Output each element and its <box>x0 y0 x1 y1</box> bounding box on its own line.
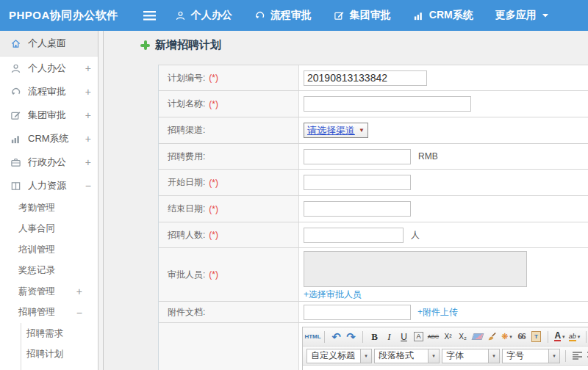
form-row-editor: HTML ↶ ↷ B I U A ABC X² X₂ <box>159 323 588 370</box>
sidebar-item-group-approval[interactable]: 集团审批 + <box>0 104 98 127</box>
required-mark: (*) <box>209 204 218 214</box>
sidebar-item-personal-office[interactable]: 个人办公 + <box>0 57 98 80</box>
underline-button[interactable]: U <box>398 330 410 344</box>
main-content: 新增招聘计划 计划编号: (*) 计划名称: (*) 招聘渠道: <box>104 31 588 370</box>
field-label: 招聘费用: <box>168 150 205 163</box>
blockquote-button[interactable]: 66 <box>515 330 528 344</box>
html-source-button[interactable]: HTML <box>306 330 319 344</box>
sidebar-item-workflow-approval[interactable]: 流程审批 + <box>0 80 98 104</box>
person-icon <box>175 10 186 21</box>
field-label: 招聘渠道: <box>168 124 205 137</box>
currency-suffix: RMB <box>418 151 438 162</box>
sidebar-item-recruit-demand[interactable]: 招聘需求 <box>21 323 98 344</box>
app-logo: PHPOA协同办公软件 <box>9 9 118 23</box>
start-date-input[interactable] <box>304 175 411 190</box>
approvers-textarea[interactable] <box>304 251 527 287</box>
sidebar-item-talent-pool[interactable]: 人才库 <box>21 365 98 370</box>
attachment-upload-link[interactable]: +附件上传 <box>417 306 458 319</box>
sidebar-item-reward-punishment[interactable]: 奖惩记录 <box>0 261 98 282</box>
sidebar-item-salary-mgmt[interactable]: 薪资管理 + <box>0 281 98 302</box>
sidebar-item-personal-desktop[interactable]: 个人桌面 <box>0 31 98 57</box>
highlight-color-dropdown[interactable]: ab ▾ <box>568 330 581 344</box>
person-icon <box>10 62 21 74</box>
eraser-icon[interactable] <box>471 330 484 344</box>
bar-chart-icon <box>10 133 21 145</box>
sidebar-scrollbar[interactable] <box>98 31 104 370</box>
caret-down-icon <box>542 12 549 18</box>
sidebar-item-hr-contract[interactable]: 人事合同 <box>0 219 98 240</box>
combo-caret-icon: ▾ <box>548 349 559 363</box>
field-label: 结束日期: <box>168 203 205 215</box>
combo-caret-icon: ▾ <box>488 349 499 363</box>
editor-toolbar-row2: 自定义标题 ▾ 段落格式 ▾ 字体 ▾ 字号 ▾ <box>303 347 588 366</box>
field-label: 计划名称: <box>168 98 205 110</box>
nav-personal-office[interactable]: 个人办公 <box>175 9 232 22</box>
recruit-cost-input[interactable] <box>304 149 411 164</box>
editor-content-area[interactable] <box>303 366 588 370</box>
strikethrough-button[interactable]: ABC <box>427 330 440 344</box>
sidebar-item-recruit-mgmt[interactable]: 招聘管理 − <box>0 302 98 324</box>
unit-suffix: 人 <box>411 229 420 242</box>
plan-number-input[interactable] <box>304 70 427 86</box>
font-size-combobox[interactable]: 字号 ▾ <box>502 349 560 363</box>
edit-icon <box>334 10 345 21</box>
app-window: { "colors":{"topbar_bg":"#4193da","link_… <box>0 0 588 370</box>
workflow-icon <box>254 10 265 21</box>
nav-group-approval[interactable]: 集团审批 <box>334 9 391 22</box>
book-icon <box>10 180 21 192</box>
edit-icon <box>10 109 21 121</box>
sidebar-item-recruit-plan[interactable]: 招聘计划 <box>21 344 98 366</box>
char-border-button[interactable]: A <box>414 332 423 341</box>
choose-approvers-link[interactable]: +选择审批人员 <box>304 289 362 301</box>
required-mark: (*) <box>209 269 218 280</box>
sidebar-item-crm-system[interactable]: CRM系统 + <box>0 127 98 150</box>
superscript-button[interactable]: X² <box>442 330 454 344</box>
topbar: PHPOA协同办公软件 个人办公 流程审批 集团审批 CRM系统 更多应用 <box>0 0 588 31</box>
bold-button[interactable]: B <box>368 330 381 344</box>
nav-workflow-approval[interactable]: 流程审批 <box>254 9 312 22</box>
paragraph-format-combobox[interactable]: 段落格式 ▾ <box>374 349 440 363</box>
field-label: 招聘人数: <box>168 229 205 242</box>
plan-name-input[interactable] <box>304 96 471 112</box>
combo-caret-icon: ▾ <box>428 349 439 363</box>
recruit-plan-form: 计划编号: (*) 计划名称: (*) 招聘渠道: 请选择渠道 <box>158 65 588 370</box>
sidebar-item-attendance-mgmt[interactable]: 考勤管理 <box>0 197 98 219</box>
top-navigation: 个人办公 流程审批 集团审批 CRM系统 更多应用 <box>143 9 571 22</box>
attachment-input[interactable] <box>304 305 411 320</box>
select-caret-icon: ▼ <box>359 128 365 134</box>
headcount-input[interactable] <box>304 228 404 243</box>
paste-as-text-icon[interactable]: T <box>530 330 542 344</box>
form-row-start-date: 开始日期: (*) <box>159 170 588 196</box>
briefcase-icon <box>10 156 21 168</box>
field-label: 审批人员: <box>168 269 205 281</box>
workflow-icon <box>10 86 21 98</box>
undo-icon[interactable]: ↶ <box>330 330 343 344</box>
auto-typeset-dropdown[interactable]: ❋ ▾ <box>501 330 513 344</box>
editor-toolbar-row1: HTML ↶ ↷ B I U A ABC X² X₂ <box>303 327 588 347</box>
sidebar-item-training-mgmt[interactable]: 培训管理 <box>0 239 98 261</box>
align-left-icon[interactable] <box>571 349 584 363</box>
form-row-plan-name: 计划名称: (*) <box>159 91 588 117</box>
custom-title-combobox[interactable]: 自定义标题 ▾ <box>306 349 372 363</box>
form-row-headcount: 招聘人数: (*) 人 <box>159 222 588 248</box>
sidebar-item-human-resources[interactable]: 人力资源 − <box>0 174 98 197</box>
channel-select[interactable]: 请选择渠道 ▼ <box>304 123 368 138</box>
required-mark: (*) <box>209 99 218 109</box>
field-label: 开始日期: <box>168 176 205 189</box>
hamburger-menu-icon[interactable] <box>143 11 156 21</box>
end-date-input[interactable] <box>304 201 411 217</box>
form-row-attachment: 附件文档: +附件上传 <box>159 302 588 323</box>
subscript-button[interactable]: X₂ <box>456 330 469 344</box>
field-label: 附件文档: <box>168 306 205 319</box>
font-family-combobox[interactable]: 字体 ▾ <box>442 349 500 363</box>
italic-button[interactable]: I <box>383 330 395 344</box>
nav-crm-system[interactable]: CRM系统 <box>413 9 473 22</box>
home-icon <box>10 37 21 49</box>
sidebar-submenu-recruit: 招聘需求 招聘计划 人才库 <box>21 323 98 370</box>
nav-more-apps[interactable]: 更多应用 <box>495 9 549 22</box>
font-color-dropdown[interactable]: A ▾ <box>553 330 566 344</box>
sidebar-item-admin-office[interactable]: 行政办公 + <box>0 150 98 174</box>
redo-icon[interactable]: ↷ <box>345 330 357 344</box>
format-brush-icon[interactable] <box>486 330 498 344</box>
page-title: 新增招聘计划 <box>140 38 221 52</box>
